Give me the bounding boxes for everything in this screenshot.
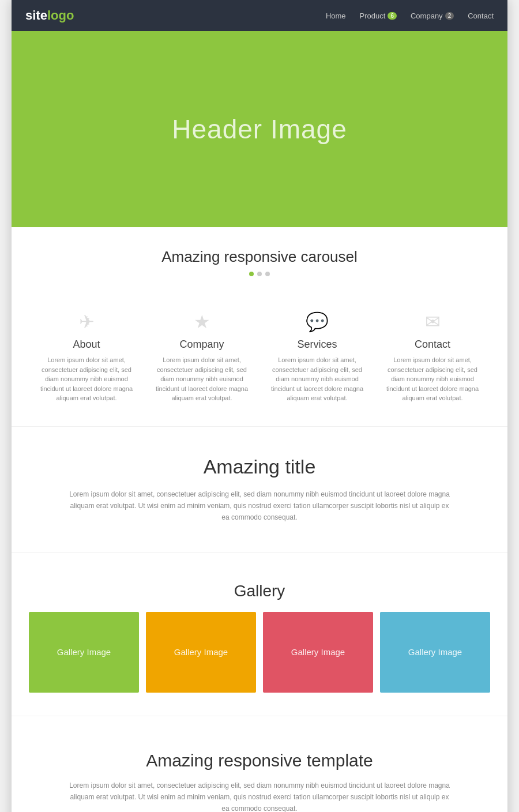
about-desc: Lorem ipsum dolor sit amet, consectetuer… — [36, 355, 137, 403]
contact-icon: ✉ — [382, 311, 483, 333]
carousel-dot-1[interactable] — [249, 272, 254, 276]
nav-product-label: Product — [360, 12, 386, 20]
page-wrapper: sitelogo Home Product 6 Company 2 Contac… — [12, 0, 507, 812]
about-title: About — [36, 339, 137, 351]
nav-item-company[interactable]: Company 2 — [411, 12, 454, 20]
feature-company: ★ Company Lorem ipsum dolor sit amet, co… — [151, 311, 253, 403]
gallery-section: Gallery Gallery Image Gallery Image Gall… — [12, 552, 507, 716]
services-title: Services — [266, 339, 368, 351]
template-desc: Lorem ipsum dolor sit amet, consectetuer… — [69, 780, 450, 812]
carousel-dot-3[interactable] — [265, 272, 270, 276]
carousel-title: Amazing responsive carousel — [35, 248, 484, 266]
nav-contact-label: Contact — [468, 12, 494, 20]
amazing-section: Amazing title Lorem ipsum dolor sit amet… — [12, 426, 507, 552]
gallery-label-3: Gallery Image — [291, 647, 345, 657]
template-section: Amazing responsive template Lorem ipsum … — [12, 716, 507, 812]
nav-item-contact[interactable]: Contact — [468, 12, 494, 20]
gallery-item-2[interactable]: Gallery Image — [146, 612, 256, 693]
template-title: Amazing responsive template — [69, 751, 450, 770]
feature-services: 💬 Services Lorem ipsum dolor sit amet, c… — [266, 311, 368, 403]
gallery-label-4: Gallery Image — [408, 647, 462, 657]
company-badge: 2 — [445, 12, 454, 20]
carousel-section: Amazing responsive carousel — [12, 227, 507, 305]
features-grid: ✈ About Lorem ipsum dolor sit amet, cons… — [12, 305, 507, 426]
gallery-label-2: Gallery Image — [174, 647, 228, 657]
hero-section: Header Image — [12, 31, 507, 227]
amazing-title: Amazing title — [69, 456, 450, 478]
company-icon: ★ — [151, 311, 253, 333]
company-title: Company — [151, 339, 253, 351]
feature-contact: ✉ Contact Lorem ipsum dolor sit amet, co… — [382, 311, 483, 403]
company-desc: Lorem ipsum dolor sit amet, consectetuer… — [151, 355, 253, 403]
gallery-item-1[interactable]: Gallery Image — [29, 612, 139, 693]
feature-about: ✈ About Lorem ipsum dolor sit amet, cons… — [36, 311, 137, 403]
amazing-desc: Lorem ipsum dolor sit amet, consectetuer… — [69, 488, 450, 524]
gallery-title: Gallery — [29, 582, 490, 600]
nav-item-home[interactable]: Home — [326, 12, 346, 20]
nav-company-label: Company — [411, 12, 443, 20]
contact-desc: Lorem ipsum dolor sit amet, consectetuer… — [382, 355, 483, 403]
carousel-dot-2[interactable] — [257, 272, 262, 276]
gallery-label-1: Gallery Image — [57, 647, 111, 657]
hero-title: Header Image — [172, 114, 347, 145]
logo-word: logo — [47, 8, 74, 22]
contact-title: Contact — [382, 339, 483, 351]
nav-links: Home Product 6 Company 2 Contact — [326, 12, 494, 20]
services-desc: Lorem ipsum dolor sit amet, consectetuer… — [266, 355, 368, 403]
gallery-grid: Gallery Image Gallery Image Gallery Imag… — [29, 612, 490, 693]
logo-site: site — [25, 8, 47, 22]
nav-home-label: Home — [326, 12, 346, 20]
site-logo[interactable]: sitelogo — [25, 8, 74, 23]
carousel-dots — [35, 272, 484, 276]
gallery-item-4[interactable]: Gallery Image — [380, 612, 490, 693]
product-badge: 6 — [388, 12, 397, 20]
navbar: sitelogo Home Product 6 Company 2 Contac… — [12, 0, 507, 31]
nav-item-product[interactable]: Product 6 — [360, 12, 397, 20]
about-icon: ✈ — [36, 311, 137, 333]
gallery-item-3[interactable]: Gallery Image — [263, 612, 373, 693]
services-icon: 💬 — [266, 311, 368, 333]
